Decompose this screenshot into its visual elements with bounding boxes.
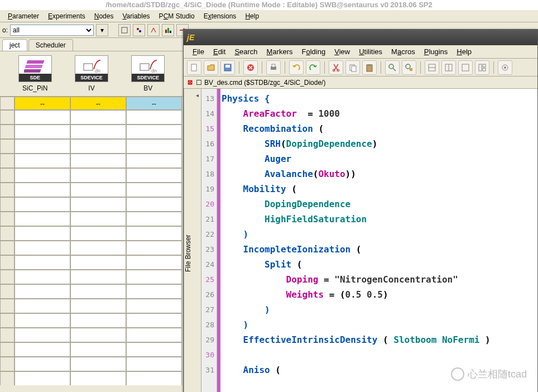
grid-cell[interactable] [126,299,182,313]
grid-cell[interactable] [126,168,182,183]
toolbar-btn-4[interactable] [162,24,174,36]
code-line[interactable]: HighFieldSaturation [222,212,537,227]
grid-cell[interactable] [15,197,70,212]
close-icon[interactable] [243,60,258,75]
redo-icon[interactable] [306,60,320,75]
code-line[interactable] [222,347,537,362]
table-row[interactable] [0,183,183,197]
tool-bv[interactable]: dnSDEVICEBV [126,55,170,92]
open-file-icon[interactable] [204,60,218,75]
editor-menu-file[interactable]: File [188,46,209,58]
split-v-icon[interactable] [441,60,456,75]
grid-cell[interactable] [70,357,126,371]
code-line[interactable]: Mobility ( [222,181,537,197]
grid-cell[interactable] [126,125,182,139]
editor-menu-macros[interactable]: Macros [387,46,420,58]
grid-cell[interactable] [15,125,70,139]
grid-cell[interactable] [126,139,182,154]
grid-cell[interactable] [126,284,182,299]
table-row[interactable] [0,154,183,168]
grid-cell[interactable] [70,241,126,255]
menu-experiments[interactable]: Experiments [44,11,90,21]
editor-menu-folding[interactable]: Folding [297,46,330,58]
grid-cell[interactable] [15,270,70,284]
code-line[interactable]: Split ( [222,257,537,272]
code-line[interactable]: AreaFactor = 1000 [222,106,537,121]
table-row[interactable] [0,226,183,241]
grid-cell[interactable] [70,139,126,154]
grid-cell[interactable] [0,299,15,313]
grid-cell[interactable] [0,226,15,241]
layout-icon[interactable] [475,60,489,75]
grid-cell[interactable] [126,255,182,270]
grid-cell[interactable] [0,357,15,371]
table-row[interactable] [0,110,183,125]
grid-cell[interactable] [15,168,70,183]
grid-cell[interactable] [0,212,15,226]
grid-cell[interactable] [70,154,126,168]
code-line[interactable]: Auger [222,151,537,166]
table-row[interactable] [0,328,183,342]
grid-cell[interactable] [70,197,126,212]
file-browser-tab[interactable]: File Browser [184,89,194,392]
grid-cell[interactable] [70,313,126,328]
grid-cell[interactable] [70,226,126,241]
grid-cell[interactable] [0,139,15,154]
grid-cell[interactable] [126,212,182,226]
project-grid[interactable]: ------ [0,96,183,385]
grid-cell[interactable] [0,313,15,328]
find-icon[interactable] [385,60,400,75]
copy-icon[interactable] [345,60,360,75]
grid-cell[interactable] [70,183,126,197]
find-replace-icon[interactable] [402,60,416,75]
menu-extensions[interactable]: Extensions [199,11,241,21]
table-row[interactable] [0,357,183,371]
menu-help[interactable]: Help [241,11,263,21]
grid-cell[interactable] [70,125,126,139]
grid-cell[interactable] [126,328,182,342]
tab-scheduler[interactable]: Scheduler [28,39,73,51]
grid-header-cell[interactable] [0,97,15,110]
menu-parameter[interactable]: Parameter [3,11,44,21]
grid-cell[interactable] [70,371,126,385]
editor-menu-edit[interactable]: Edit [209,46,230,58]
tool-sic_pin[interactable]: SDESiC_PiN [13,55,57,92]
undo-icon[interactable] [289,60,304,75]
grid-cell[interactable] [126,270,182,284]
cut-icon[interactable] [329,60,343,75]
unsplit-icon[interactable] [458,60,473,75]
new-file-icon[interactable] [187,60,201,75]
grid-cell[interactable] [70,212,126,226]
grid-cell[interactable] [70,255,126,270]
tab-project[interactable]: ject [2,39,27,51]
grid-cell[interactable] [126,110,182,125]
grid-cell[interactable] [0,168,15,183]
grid-cell[interactable] [15,110,70,125]
grid-cell[interactable] [0,125,15,139]
grid-cell[interactable] [126,371,182,385]
grid-cell[interactable] [0,110,15,125]
code-line[interactable]: Recombination ( [222,121,537,136]
editor-menu-markers[interactable]: Markers [262,46,297,58]
code-line[interactable]: ) [222,302,537,317]
table-row[interactable] [0,342,183,357]
grid-cell[interactable] [126,197,182,212]
grid-cell[interactable] [0,154,15,168]
grid-cell[interactable] [15,241,70,255]
grid-cell[interactable] [126,342,182,357]
paste-icon[interactable] [362,60,377,75]
grid-header-cell[interactable]: -- [70,97,126,110]
editor-menu-view[interactable]: View [330,46,354,58]
tool-iv[interactable]: dnSDEVICEIV [69,55,114,92]
table-row[interactable] [0,313,183,328]
code-line[interactable]: Weights = (0.5 0.5) [222,287,537,302]
grid-cell[interactable] [15,342,70,357]
code-line[interactable]: Avalanche(Okuto)) [222,166,537,181]
editor-menu-plugins[interactable]: Plugins [420,46,453,58]
grid-cell[interactable] [70,168,126,183]
table-row[interactable] [0,284,183,299]
code-line[interactable]: SRH(DopingDependence) [222,136,537,151]
grid-cell[interactable] [15,212,70,226]
toolbar-btn-1[interactable] [118,24,131,36]
menu-nodes[interactable]: Nodes [90,11,118,21]
